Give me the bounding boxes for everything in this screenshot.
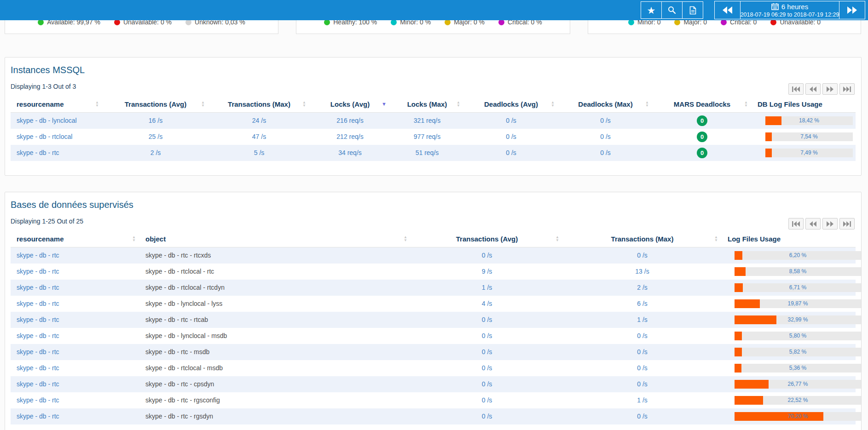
legend-item: Unavailable: 0 % — [114, 20, 172, 26]
topbar: ★ — [0, 0, 868, 20]
usage-percent-label: 5,80 % — [735, 332, 861, 340]
sort-icon[interactable]: ▲▼ — [556, 235, 559, 242]
usage-percent-label: 18,42 % — [765, 116, 853, 125]
usage-bar: 7,54 % — [765, 132, 853, 141]
column-header-locks-avg-[interactable]: Locks (Avg)▼ — [310, 96, 390, 113]
first-page-button[interactable] — [788, 83, 804, 95]
column-header-transactions-avg-[interactable]: Transactions (Avg)▲▼ — [103, 96, 208, 113]
cell-transactions_avg: 0 /s — [411, 247, 563, 264]
time-range-back-button[interactable] — [715, 1, 741, 19]
search-button[interactable] — [661, 1, 683, 19]
cell-transactions_avg: 25 /s — [103, 129, 208, 145]
prev-page-button[interactable] — [805, 83, 821, 95]
column-header-object[interactable]: object▲▼ — [139, 230, 411, 247]
usage-bar: 5,82 % — [735, 348, 861, 356]
panel-bases-de-donnees: Bases de données supervisés Displaying 1… — [5, 192, 862, 430]
mars-deadlocks-badge: 0 — [697, 132, 707, 142]
column-header-resourcename[interactable]: resourcename▲▼ — [11, 96, 103, 113]
panel-title: Bases de données supervisés — [11, 192, 856, 210]
column-header-locks-max-[interactable]: Locks (Max)▲▼ — [390, 96, 464, 113]
time-range-forward-button[interactable] — [839, 1, 865, 19]
sort-icon[interactable]: ▲▼ — [714, 235, 718, 242]
sort-icon[interactable]: ▲▼ — [645, 101, 649, 107]
cell-transactions_avg: 16 /s — [103, 113, 208, 129]
sort-icon[interactable]: ▲▼ — [404, 235, 407, 242]
status-dot — [721, 20, 727, 25]
resource-link[interactable]: skype - db - rtc — [17, 332, 59, 339]
sort-icon[interactable]: ▲▼ — [551, 101, 555, 107]
last-page-button[interactable] — [839, 218, 855, 229]
time-range-display[interactable]: 6 heures 2018-07-19 06:29 to 2018-07-19 … — [741, 1, 839, 19]
column-header-transactions-max-[interactable]: Transactions (Max)▲▼ — [208, 96, 310, 113]
resource-link[interactable]: skype - db - lynclocal — [17, 117, 77, 124]
next-page-button[interactable] — [822, 218, 838, 229]
resource-link[interactable]: skype - db - rtc — [17, 396, 59, 404]
usage-bar: 5,36 % — [735, 364, 861, 373]
sort-icon[interactable]: ▲▼ — [457, 101, 460, 107]
cell-transactions_avg: 0 /s — [411, 360, 563, 376]
sort-icon[interactable]: ▲▼ — [744, 101, 748, 107]
legend-label: Unavailable: 0 — [780, 20, 821, 26]
column-header-transactions-max-[interactable]: Transactions (Max)▲▼ — [563, 230, 722, 247]
sort-icon[interactable]: ▲▼ — [201, 101, 205, 107]
cell-transactions_avg: 9 /s — [411, 264, 563, 280]
cell-object: skype - db - lynclocal - lyss — [139, 296, 411, 312]
cell-transactions_max: 0 /s — [563, 408, 722, 424]
column-header-deadlocks-avg-[interactable]: Deadlocks (Avg)▲▼ — [464, 96, 558, 113]
pager — [788, 218, 855, 229]
resource-link[interactable]: skype - db - rtc — [17, 149, 59, 156]
sort-icon[interactable]: ▲▼ — [95, 101, 99, 107]
legend-label: Major: 0 % — [454, 20, 485, 26]
legend-label: Minor: 0 — [637, 20, 661, 26]
prev-page-button[interactable] — [805, 218, 821, 229]
column-label: Log Files Usage — [728, 235, 781, 243]
table-row: skype - db - rtcskype - db - rtc - rgsdy… — [11, 408, 856, 424]
usage-percent-label: 32,99 % — [735, 315, 861, 324]
status-dot — [498, 20, 504, 25]
sort-desc-icon[interactable]: ▼ — [382, 102, 387, 107]
column-header-resourcename[interactable]: resourcename▲▼ — [11, 230, 139, 247]
resource-link[interactable]: skype - db - rtc — [17, 284, 59, 291]
status-dot — [628, 20, 634, 25]
column-label: resourcename — [17, 100, 64, 108]
legend-label: Critical: 0 — [730, 20, 757, 26]
column-header-transactions-avg-[interactable]: Transactions (Avg)▲▼ — [411, 230, 563, 247]
resource-link[interactable]: skype - db - rtc — [17, 348, 59, 355]
supervised-databases-table: resourcename▲▼object▲▼Transactions (Avg)… — [11, 230, 856, 424]
table-header-row: resourcename▲▼Transactions (Avg)▲▼Transa… — [11, 96, 856, 113]
cell-deadlocks_max: 0 /s — [558, 129, 653, 145]
prev-page-icon — [810, 86, 816, 92]
resource-link[interactable]: skype - db - rtc — [17, 252, 59, 259]
column-header-deadlocks-max-[interactable]: Deadlocks (Max)▲▼ — [558, 96, 653, 113]
summary-card-alerts: Minor: 0Major: 0Critical: 0Unavailable: … — [588, 20, 861, 34]
legend-item: Minor: 0 — [628, 20, 661, 26]
usage-bar: 5,80 % — [735, 332, 861, 340]
column-label: Locks (Max) — [407, 100, 447, 108]
resource-link[interactable]: skype - db - rtc — [17, 380, 59, 388]
resource-link[interactable]: skype - db - rtc — [17, 364, 59, 372]
sort-icon[interactable]: ▲▼ — [302, 101, 306, 107]
resource-link[interactable]: skype - db - rtc — [17, 300, 59, 307]
sort-icon[interactable]: ▲▼ — [132, 235, 136, 242]
column-label: MARS Deadlocks — [674, 100, 730, 108]
column-header-mars-deadlocks[interactable]: MARS Deadlocks▲▼ — [653, 96, 752, 113]
resource-link[interactable]: skype - db - rtc — [17, 316, 59, 323]
last-page-button[interactable] — [839, 83, 855, 95]
cell-locks_max: 977 req/s — [390, 129, 464, 145]
export-pdf-button[interactable] — [682, 1, 703, 19]
usage-percent-label: 5,36 % — [735, 364, 861, 373]
resource-link[interactable]: skype - db - rtclocal — [17, 133, 72, 140]
resource-link[interactable]: skype - db - rtc — [17, 268, 59, 275]
legend-item: Unknown: 0,03 % — [185, 20, 245, 26]
column-label: object — [145, 235, 166, 243]
availability-legend: Available: 99,97 %Unavailable: 0 %Unknow… — [5, 20, 278, 26]
resource-link[interactable]: skype - db - rtc — [17, 413, 59, 420]
first-page-button[interactable] — [788, 218, 804, 229]
cell-locks_avg: 34 req/s — [310, 145, 390, 161]
status-dot — [391, 20, 397, 25]
favorite-button[interactable]: ★ — [641, 1, 662, 19]
next-page-button[interactable] — [822, 83, 838, 95]
usage-bar: 26,77 % — [735, 380, 861, 389]
summary-card-availability: Available: 99,97 %Unavailable: 0 %Unknow… — [5, 20, 278, 34]
cell-object: skype - db - rtc - rtcxds — [139, 247, 411, 264]
